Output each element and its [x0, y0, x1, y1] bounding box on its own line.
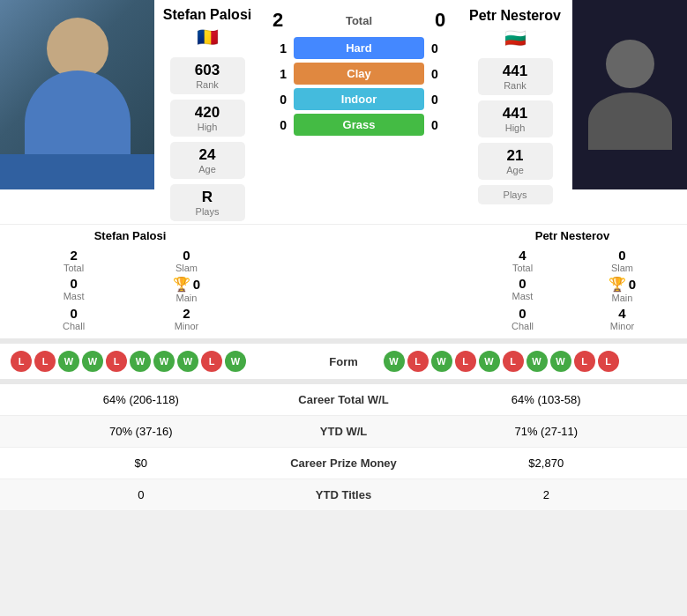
- grass-row: 0 Grass 0: [265, 114, 453, 136]
- right-main-lbl: Main: [612, 293, 633, 303]
- form-pill: W: [526, 351, 548, 372]
- form-pill: W: [153, 351, 175, 372]
- left-total-val: 2: [19, 248, 128, 263]
- left-player-name-bottom: Stefan Palosi: [94, 229, 167, 242]
- right-total-val: 4: [475, 248, 571, 263]
- stats-row-center-label: Career Total W/L: [269, 393, 419, 406]
- left-plays-value: R: [179, 189, 236, 206]
- total-label: Total: [302, 14, 416, 27]
- right-main-val: 0: [629, 277, 636, 292]
- stats-row-left-value: $0: [13, 456, 269, 470]
- form-pill: W: [82, 351, 103, 372]
- right-total-score: 0: [427, 9, 453, 32]
- form-pill: W: [177, 351, 198, 372]
- right-slam-stat: 0 Slam: [575, 248, 670, 273]
- left-chall-stat: 0 Chall: [19, 306, 128, 331]
- form-pill: L: [455, 351, 476, 372]
- stats-row: 0YTD Titles2: [0, 479, 687, 511]
- right-grass-score: 0: [431, 118, 453, 132]
- left-indoor-score: 0: [265, 93, 287, 107]
- right-trophy-icon: 🏆: [609, 276, 626, 293]
- left-total-score: 2: [265, 9, 291, 32]
- left-rank-card: 603 Rank: [170, 57, 245, 94]
- form-pill: L: [201, 351, 222, 372]
- clay-row: 1 Clay 0: [265, 63, 453, 85]
- left-mast-val: 0: [70, 276, 77, 291]
- right-minor-stat: 4 Minor: [575, 306, 670, 331]
- right-high-label: High: [487, 122, 544, 133]
- stats-row: 70% (37-16)YTD W/L71% (27-11): [0, 416, 687, 448]
- left-high-label: High: [179, 122, 236, 132]
- form-pill: L: [574, 351, 595, 372]
- grass-badge: Grass: [294, 114, 424, 136]
- right-player-photo: [572, 0, 687, 189]
- center-col: 2 Total 0 1 Hard 0 1 Clay 0 0 Indoor 0: [260, 0, 458, 224]
- form-label: Form: [309, 355, 379, 368]
- form-pill: W: [58, 351, 79, 372]
- left-minor-stat: 2 Minor: [132, 306, 241, 331]
- right-age-card: 21 Age: [478, 143, 553, 180]
- right-player-name-bottom: Petr Nesterov: [535, 229, 610, 242]
- left-plays-label: Plays: [179, 206, 236, 217]
- right-rank-label: Rank: [487, 80, 544, 91]
- indoor-badge: Indoor: [294, 88, 424, 110]
- left-high-value: 420: [179, 104, 236, 122]
- stats-row-center-label: YTD Titles: [269, 488, 419, 501]
- right-flag: 🇧🇬: [504, 27, 526, 48]
- left-player-stats-col: Stefan Palosi 🇷🇴 603 Rank 420 High 24 Ag…: [154, 0, 260, 224]
- left-rank-value: 603: [179, 62, 236, 79]
- left-slam-lbl: Slam: [132, 263, 241, 273]
- right-mast-stat: 0 Mast: [475, 276, 571, 303]
- form-pill: W: [225, 351, 246, 372]
- left-hard-score: 1: [265, 41, 287, 56]
- left-total-stat: 2 Total: [19, 248, 128, 273]
- stats-row-right-value: 64% (103-58): [419, 393, 675, 406]
- right-age-value: 21: [487, 147, 544, 165]
- form-pill: L: [34, 351, 56, 372]
- form-pill: W: [384, 351, 405, 372]
- left-age-label: Age: [179, 164, 236, 174]
- stats-row-center-label: Career Prize Money: [269, 456, 419, 470]
- right-total-stat: 4 Total: [475, 248, 571, 273]
- left-total-lbl: Total: [19, 263, 128, 273]
- right-total-lbl: Total: [475, 263, 571, 273]
- stats-row-right-value: $2,870: [419, 456, 675, 470]
- right-high-value: 441: [487, 105, 544, 122]
- form-pill: W: [431, 351, 452, 372]
- right-hard-score: 0: [431, 41, 453, 56]
- right-minor-val: 4: [575, 306, 670, 321]
- indoor-row: 0 Indoor 0: [265, 88, 453, 110]
- left-age-card: 24 Age: [170, 142, 245, 179]
- right-mast-lbl: Mast: [512, 291, 534, 301]
- left-plays-card: R Plays: [170, 184, 245, 221]
- right-mast-val: 0: [519, 276, 526, 291]
- left-main-lbl: Main: [176, 293, 198, 303]
- form-pill: L: [106, 351, 127, 372]
- hard-row: 1 Hard 0: [265, 37, 453, 59]
- right-rank-card: 441 Rank: [478, 58, 553, 95]
- stats-table: 64% (206-118)Career Total W/L64% (103-58…: [0, 384, 687, 511]
- form-pill: L: [503, 351, 524, 372]
- left-flag: 🇷🇴: [197, 26, 219, 48]
- right-slam-lbl: Slam: [575, 263, 670, 273]
- right-form-pills: WLWLWLWWLL: [384, 351, 677, 372]
- form-pill: L: [11, 351, 32, 372]
- form-pill: W: [130, 351, 151, 372]
- hard-badge: Hard: [294, 37, 424, 59]
- left-slam-val: 0: [132, 248, 241, 263]
- right-chall-stat: 0 Chall: [475, 306, 571, 331]
- left-grass-score: 0: [265, 118, 287, 132]
- right-player-bottom: Petr Nesterov 4 Total 0 Slam 0 Mast 🏆: [458, 225, 687, 338]
- left-player-photo: [0, 0, 154, 189]
- right-indoor-score: 0: [431, 93, 453, 107]
- form-pill: W: [479, 351, 500, 372]
- right-minor-lbl: Minor: [575, 321, 670, 331]
- left-player-name-top: Stefan Palosi: [163, 7, 251, 23]
- total-row: 2 Total 0: [265, 9, 453, 32]
- left-clay-score: 1: [265, 67, 287, 81]
- form-pill: L: [598, 351, 619, 372]
- player-name-stats-row: Stefan Palosi 2 Total 0 Slam 0 Mast 🏆: [0, 224, 687, 338]
- left-trophy-icon: 🏆: [173, 276, 190, 293]
- form-pill: W: [550, 351, 571, 372]
- left-main-val: 0: [193, 277, 200, 292]
